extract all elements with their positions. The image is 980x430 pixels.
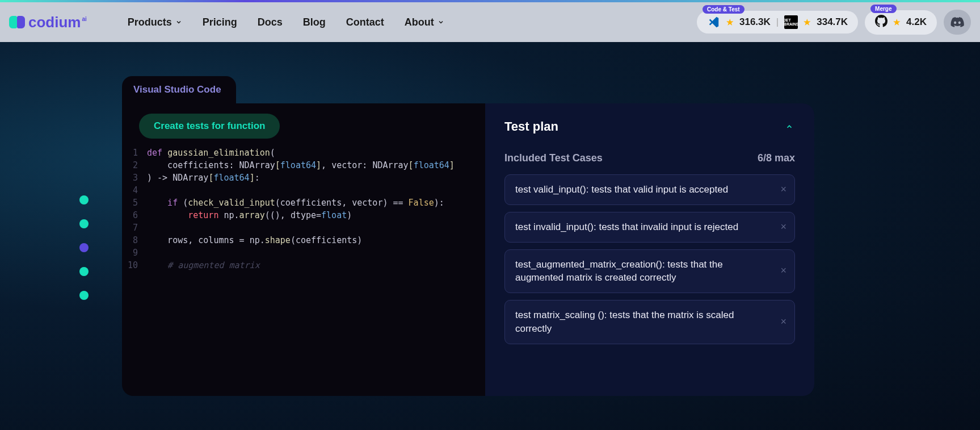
plan-subtitle: Included Test Cases	[504, 152, 603, 164]
demo-stage: Visual Studio Code Create tests for func…	[122, 76, 814, 396]
nav-label: Products	[128, 16, 172, 28]
code-content: return np.array((), dtype=float)	[147, 209, 352, 222]
nav-label: Pricing	[203, 16, 237, 28]
brand-suffix: ai	[82, 16, 86, 22]
code-line: 7	[122, 222, 474, 234]
nav-label: Blog	[303, 16, 326, 28]
line-number: 6	[122, 209, 147, 222]
hero-section: Visual Studio Code Create tests for func…	[0, 42, 980, 430]
demo-panels: Create tests for function 1def gaussian_…	[122, 103, 814, 396]
star-icon: ★	[726, 18, 734, 27]
nav-label: Docs	[258, 16, 283, 28]
nav-docs[interactable]: Docs	[258, 16, 283, 28]
test-case-item[interactable]: test matrix_scaling (): tests that the m…	[504, 300, 795, 344]
navbar: codium ai Products Pricing Docs Blog Con…	[0, 2, 980, 42]
line-number: 9	[122, 247, 147, 259]
code-content: def gaussian_elimination(	[147, 147, 275, 159]
step-dot-active[interactable]	[79, 243, 89, 252]
discord-icon	[950, 17, 964, 27]
brand-logo[interactable]: codium ai	[9, 14, 87, 31]
jetbrains-icon: JETBRAINS	[784, 15, 798, 29]
code-content: rows, columns = np.shape(coefficients)	[147, 234, 362, 247]
stat-count-vscode: 316.3K	[739, 16, 771, 28]
star-icon: ★	[804, 18, 811, 27]
step-dot[interactable]	[79, 219, 89, 228]
line-number: 8	[122, 234, 147, 247]
plan-title: Test plan	[504, 119, 558, 134]
code-line: 2 coefficients: NDArray[float64], vector…	[122, 159, 474, 172]
line-number: 3	[122, 172, 147, 184]
stat-codetest[interactable]: Code & Test ★ 316.3K | JETBRAINS ★ 334.7…	[697, 11, 858, 34]
code-line: 9	[122, 247, 474, 259]
test-case-item[interactable]: test invalid_input(): tests that invalid…	[504, 212, 795, 243]
plan-header[interactable]: Test plan	[504, 119, 795, 134]
plan-counter: 6/8 max	[758, 152, 795, 164]
chevron-down-icon	[438, 19, 444, 26]
code-line: 10 # augmented matrix	[122, 259, 474, 272]
vscode-icon	[707, 15, 721, 29]
close-icon[interactable]: ×	[780, 182, 786, 197]
line-number: 4	[122, 184, 147, 197]
nav-contact[interactable]: Contact	[346, 16, 384, 28]
nav-links: Products Pricing Docs Blog Contact About	[128, 16, 444, 28]
test-plan-panel: Test plan Included Test Cases 6/8 max te…	[485, 103, 814, 396]
create-tests-button[interactable]: Create tests for function	[139, 114, 280, 139]
code-line: 4	[122, 184, 474, 197]
discord-button[interactable]	[944, 10, 971, 35]
close-icon[interactable]: ×	[780, 264, 786, 278]
step-dot[interactable]	[79, 195, 89, 204]
plan-subheader: Included Test Cases 6/8 max	[504, 152, 795, 164]
stat-merge[interactable]: Merge ★ 4.2K	[865, 10, 937, 35]
test-cases-list: test valid_input(): tests that valid inp…	[504, 174, 795, 344]
github-icon	[875, 15, 888, 30]
logo-icon	[9, 16, 25, 28]
test-case-item[interactable]: test valid_input(): tests that valid inp…	[504, 174, 795, 205]
line-number: 7	[122, 222, 147, 234]
step-dot[interactable]	[79, 267, 89, 276]
line-number: 2	[122, 159, 147, 172]
step-dot[interactable]	[79, 291, 89, 300]
star-icon: ★	[893, 18, 901, 27]
nav-pricing[interactable]: Pricing	[203, 16, 237, 28]
code-line: 1def gaussian_elimination(	[122, 147, 474, 159]
line-number: 1	[122, 147, 147, 159]
code-content: # augmented matrix	[147, 259, 260, 272]
ide-tab[interactable]: Visual Studio Code	[122, 76, 236, 103]
separator: |	[776, 16, 779, 28]
badge-code-test: Code & Test	[703, 5, 745, 14]
close-icon[interactable]: ×	[780, 220, 786, 234]
code-panel: Create tests for function 1def gaussian_…	[122, 103, 485, 396]
line-number: 10	[122, 259, 147, 272]
code-content: coefficients: NDArray[float64], vector: …	[147, 159, 455, 172]
stat-count-jetbrains: 334.7K	[817, 16, 848, 28]
code-line: 5 if (check_valid_input(coefficients, ve…	[122, 197, 474, 209]
code-line: 3) -> NDArray[float64]:	[122, 172, 474, 184]
code-line: 8 rows, columns = np.shape(coefficients)	[122, 234, 474, 247]
step-dots	[79, 195, 89, 300]
code-content: ) -> NDArray[float64]:	[147, 172, 260, 184]
brand-name: codium	[28, 14, 81, 31]
chevron-down-icon	[175, 19, 182, 26]
nav-about[interactable]: About	[405, 16, 444, 28]
nav-products[interactable]: Products	[128, 16, 182, 28]
code-line: 6 return np.array((), dtype=float)	[122, 209, 474, 222]
nav-label: About	[405, 16, 434, 28]
badge-merge: Merge	[870, 5, 896, 13]
nav-stats: Code & Test ★ 316.3K | JETBRAINS ★ 334.7…	[697, 10, 971, 35]
code-content: if (check_valid_input(coefficients, vect…	[147, 197, 444, 209]
stat-count-github: 4.2K	[906, 16, 927, 28]
chevron-up-icon	[784, 123, 795, 131]
line-number: 5	[122, 197, 147, 209]
close-icon[interactable]: ×	[780, 315, 786, 329]
nav-label: Contact	[346, 16, 384, 28]
code-editor: 1def gaussian_elimination(2 coefficients…	[122, 147, 485, 272]
nav-blog[interactable]: Blog	[303, 16, 326, 28]
test-case-item[interactable]: test_augmented_matrix_creation(): tests …	[504, 249, 795, 294]
